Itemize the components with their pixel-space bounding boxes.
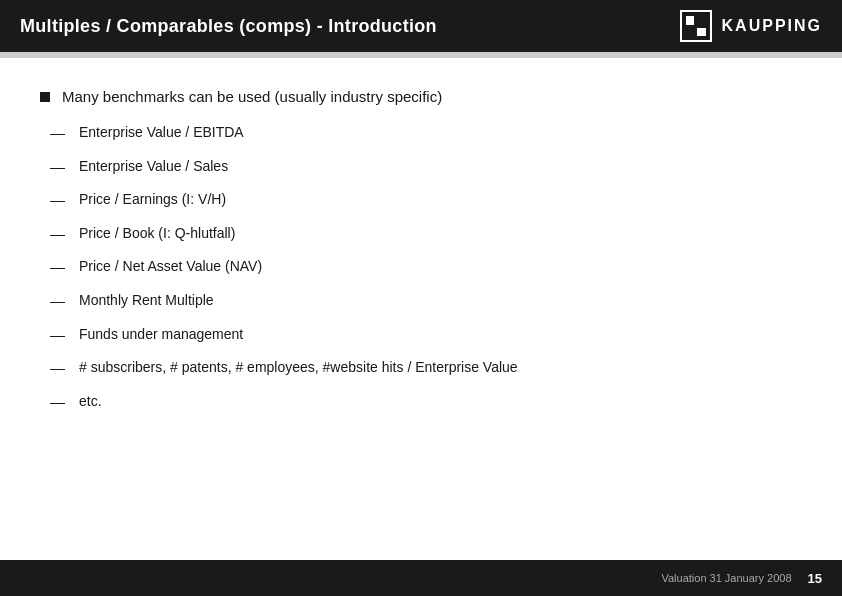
main-bullet-text: Many benchmarks can be used (usually ind…	[62, 88, 442, 105]
sub-item-text: Price / Earnings (I: V/H)	[79, 190, 226, 210]
dash-icon: —	[50, 225, 65, 242]
dash-icon: —	[50, 359, 65, 376]
dash-icon: —	[50, 393, 65, 410]
sub-items-list: — Enterprise Value / EBITDA — Enterprise…	[40, 123, 802, 411]
list-item: — # subscribers, # patents, # employees,…	[50, 358, 802, 378]
list-item: — Price / Net Asset Value (NAV)	[50, 257, 802, 277]
footer: Valuation 31 January 2008 15	[0, 560, 842, 596]
dash-icon: —	[50, 326, 65, 343]
header: Multiples / Comparables (comps) - Introd…	[0, 0, 842, 52]
dash-icon: —	[50, 158, 65, 175]
dash-icon: —	[50, 124, 65, 141]
list-item: — Funds under management	[50, 325, 802, 345]
sub-item-text: Enterprise Value / Sales	[79, 157, 228, 177]
kauppping-logo-icon	[680, 10, 712, 42]
list-item: — Monthly Rent Multiple	[50, 291, 802, 311]
sub-item-text: Price / Net Asset Value (NAV)	[79, 257, 262, 277]
sub-item-text: etc.	[79, 392, 102, 412]
sub-item-text: # subscribers, # patents, # employees, #…	[79, 358, 518, 378]
logo-cell-tr	[697, 16, 706, 25]
logo-cell-tl	[686, 16, 695, 25]
main-bullet-item: Many benchmarks can be used (usually ind…	[40, 88, 802, 105]
dash-icon: —	[50, 258, 65, 275]
list-item: — etc.	[50, 392, 802, 412]
list-item: — Enterprise Value / EBITDA	[50, 123, 802, 143]
dash-icon: —	[50, 292, 65, 309]
logo-text: KAUPPiNG	[722, 17, 822, 35]
dash-icon: —	[50, 191, 65, 208]
sub-item-text: Funds under management	[79, 325, 243, 345]
slide: Multiples / Comparables (comps) - Introd…	[0, 0, 842, 596]
list-item: — Price / Earnings (I: V/H)	[50, 190, 802, 210]
sub-item-text: Price / Book (I: Q-hlutfall)	[79, 224, 235, 244]
logo-cell-br	[697, 28, 706, 37]
list-item: — Price / Book (I: Q-hlutfall)	[50, 224, 802, 244]
sub-item-text: Enterprise Value / EBITDA	[79, 123, 244, 143]
sub-item-text: Monthly Rent Multiple	[79, 291, 214, 311]
header-title: Multiples / Comparables (comps) - Introd…	[20, 16, 437, 37]
list-item: — Enterprise Value / Sales	[50, 157, 802, 177]
footer-page-number: 15	[808, 571, 822, 586]
main-content: Many benchmarks can be used (usually ind…	[0, 58, 842, 560]
header-logo: KAUPPiNG	[680, 10, 822, 42]
logo-cell-bl	[686, 28, 695, 37]
footer-label: Valuation 31 January 2008	[661, 572, 791, 584]
bullet-square-icon	[40, 92, 50, 102]
